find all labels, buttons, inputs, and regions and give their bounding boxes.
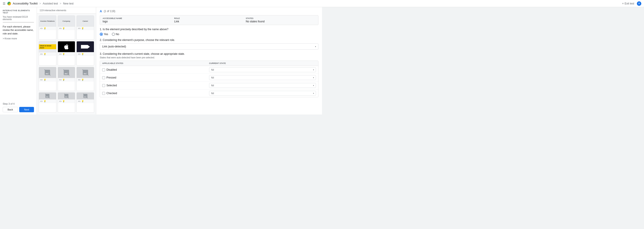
element-card-8[interactable]: <> 💡 bbox=[58, 67, 75, 91]
lightbulb-icon-2[interactable]: 💡 bbox=[62, 27, 65, 30]
role-dropdown[interactable]: Link (auto-detected) ▾ bbox=[100, 44, 318, 50]
state-label-disabled: Disabled bbox=[102, 68, 209, 71]
breadcrumb-sep-2: > bbox=[60, 2, 61, 5]
checkbox-pressed[interactable] bbox=[102, 76, 105, 79]
left-panel-title: INTERACTIVE ELEMENTS TEST bbox=[3, 10, 34, 14]
lightbulb-icon-4[interactable]: 💡 bbox=[44, 53, 46, 55]
main-layout: INTERACTIVE ELEMENTS TEST You have revie… bbox=[0, 0, 322, 114]
element-toolbar-5: <> 💡 bbox=[58, 52, 75, 56]
state-label-checked: Checked bbox=[102, 92, 209, 95]
state-name-selected: Selected bbox=[106, 84, 117, 87]
role-value: Link bbox=[174, 20, 244, 23]
element-card-7[interactable]: <> 💡 bbox=[39, 67, 56, 91]
element-thumb-1: Investor Relations bbox=[39, 16, 56, 26]
lightbulb-icon-5[interactable]: 💡 bbox=[62, 53, 65, 55]
element-card-10[interactable]: <> 💡 bbox=[39, 92, 56, 113]
element-card-3[interactable]: Career <> 💡 bbox=[76, 16, 94, 40]
lightbulb-icon-1[interactable]: 💡 bbox=[44, 27, 46, 30]
element-card-11[interactable]: <> 💡 bbox=[58, 92, 75, 113]
code-icon-8[interactable]: <> bbox=[59, 79, 62, 81]
footer-buttons: Back Next bbox=[3, 107, 34, 112]
next-button[interactable]: Next bbox=[19, 107, 34, 112]
lightbulb-icon-3[interactable]: 💡 bbox=[82, 27, 84, 30]
element-thumb-9 bbox=[77, 67, 94, 78]
breadcrumb-assisted-test[interactable]: Assisted test bbox=[43, 2, 58, 5]
code-icon-4[interactable]: <> bbox=[40, 53, 43, 55]
code-icon-6[interactable]: <> bbox=[78, 53, 80, 55]
code-icon-11[interactable]: <> bbox=[59, 100, 62, 102]
left-panel: INTERACTIVE ELEMENTS TEST You have revie… bbox=[0, 7, 37, 114]
state-label-selected: Selected bbox=[102, 84, 209, 87]
back-button[interactable]: Back bbox=[3, 107, 18, 112]
current-element-label: A bbox=[100, 10, 102, 13]
code-icon-1[interactable]: <> bbox=[40, 27, 43, 30]
element-card-4[interactable]: Click to know more <> 💡 bbox=[39, 41, 56, 66]
state-dropdown-selected[interactable]: Nil ▾ bbox=[209, 83, 316, 88]
role-col: Role Link bbox=[174, 17, 244, 23]
lightbulb-icon-12[interactable]: 💡 bbox=[82, 100, 84, 102]
lightbulb-icon-9[interactable]: 💡 bbox=[82, 79, 84, 81]
code-icon-3[interactable]: <> bbox=[78, 27, 80, 30]
state-dropdown-pressed[interactable]: Nil ▾ bbox=[209, 75, 316, 80]
element-card-12[interactable]: <> 💡 bbox=[76, 92, 94, 113]
progress-bar-container bbox=[3, 22, 34, 23]
radio-group-q1: Yes No bbox=[100, 33, 318, 36]
states-label: States bbox=[246, 17, 316, 20]
code-icon-7[interactable]: <> bbox=[40, 79, 43, 81]
element-toolbar-8: <> 💡 bbox=[58, 78, 75, 82]
state-row-selected: Selected Nil ▾ bbox=[100, 82, 318, 90]
code-icon-9[interactable]: <> bbox=[78, 79, 80, 81]
state-label-pressed: Pressed bbox=[102, 76, 209, 79]
checkbox-selected[interactable] bbox=[102, 84, 105, 87]
elements-grid: Investor Relations <> 💡 Company <> 💡 C bbox=[37, 14, 96, 114]
lightbulb-icon-11[interactable]: 💡 bbox=[62, 100, 65, 102]
know-more-toggle[interactable]: > Know more bbox=[3, 37, 34, 40]
state-dropdown-checked[interactable]: Nil ▾ bbox=[209, 91, 316, 96]
state-dropdown-selected-value: Nil bbox=[211, 84, 214, 87]
breadcrumb-new-test[interactable]: New test bbox=[63, 2, 74, 5]
chevron-selected-icon: ▾ bbox=[313, 84, 314, 86]
code-icon-12[interactable]: <> bbox=[78, 100, 80, 102]
radio-no[interactable]: No bbox=[112, 33, 119, 36]
state-dropdown-pressed-value: Nil bbox=[211, 76, 214, 79]
checkbox-checked[interactable] bbox=[102, 92, 105, 95]
lightbulb-icon-7[interactable]: 💡 bbox=[44, 79, 46, 81]
apple-logo-icon bbox=[63, 44, 70, 50]
element-thumb-10 bbox=[39, 92, 56, 99]
radio-yes[interactable]: Yes bbox=[100, 33, 108, 36]
radio-yes-circle bbox=[100, 33, 103, 36]
lightbulb-icon-6[interactable]: 💡 bbox=[82, 53, 84, 55]
element-card-9[interactable]: <> 💡 bbox=[76, 67, 94, 91]
element-toolbar-10: <> 💡 bbox=[39, 99, 56, 103]
checkbox-disabled[interactable] bbox=[102, 68, 105, 71]
reviewed-count: You have reviewed 0/119 elements bbox=[3, 16, 34, 20]
element-toolbar-11: <> 💡 bbox=[58, 99, 75, 103]
element-card-1[interactable]: Investor Relations <> 💡 bbox=[39, 16, 56, 40]
code-icon-10[interactable]: <> bbox=[40, 100, 43, 102]
instructions-text: For each element, please review the acce… bbox=[3, 25, 34, 35]
hamburger-icon[interactable]: ☰ bbox=[3, 2, 6, 5]
info-grid: Accessible name logo Role Link States No… bbox=[100, 15, 318, 25]
code-icon-2[interactable]: <> bbox=[59, 27, 62, 30]
element-card-6[interactable]: <> 💡 bbox=[76, 41, 94, 66]
element-toolbar-2: <> 💡 bbox=[58, 26, 75, 30]
no-image-icon-8 bbox=[63, 69, 70, 76]
app-title: Accessibility Toolkit bbox=[13, 2, 38, 5]
chevron-disabled-icon: ▾ bbox=[313, 69, 314, 71]
lightbulb-icon-10[interactable]: 💡 bbox=[44, 100, 46, 102]
element-card-5[interactable]: <> 💡 bbox=[58, 41, 75, 66]
code-icon-5[interactable]: <> bbox=[59, 53, 62, 55]
element-toolbar-7: <> 💡 bbox=[39, 78, 56, 82]
chevron-down-icon: ▾ bbox=[315, 46, 316, 48]
question-3: 3. Considering the element's current sta… bbox=[100, 52, 318, 56]
element-card-2[interactable]: Company <> 💡 bbox=[58, 16, 75, 40]
right-panel: A (1 of 119) Accessible name logo Role L… bbox=[96, 7, 322, 114]
radio-yes-label: Yes bbox=[104, 33, 108, 36]
role-label: Role bbox=[174, 17, 244, 20]
post-logo-icon bbox=[81, 45, 90, 48]
element-thumb-8 bbox=[58, 67, 75, 78]
lightbulb-icon-8[interactable]: 💡 bbox=[62, 79, 65, 81]
question-3-subtitle: States that were auto-detected have been… bbox=[100, 56, 318, 59]
state-dropdown-disabled[interactable]: Nil ▾ bbox=[209, 67, 316, 72]
element-thumb-4: Click to know more bbox=[39, 41, 56, 52]
